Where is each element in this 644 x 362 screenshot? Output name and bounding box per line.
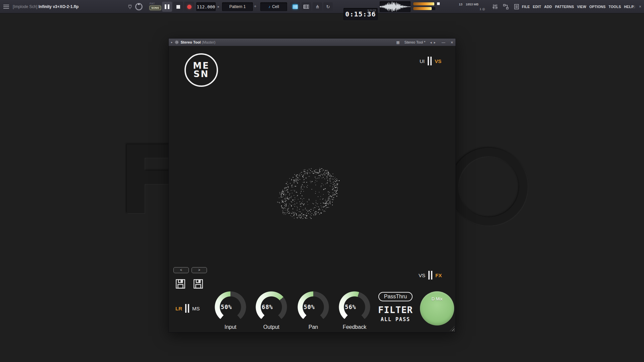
knob-value: 68% [251,291,283,323]
cell-selector[interactable]: ♪ Cell [260,2,287,11]
record-button[interactable] [184,2,194,12]
time-display[interactable]: 0:15:36 M:S:CS [343,8,378,20]
stereo-tool-window: ▸ Stereo Tool (Master) ▦ Stereo Tool * ◂… [168,38,456,333]
fx-option[interactable]: FX [435,273,442,278]
filter-mode[interactable]: ALL PASS [369,316,422,322]
pan-knob[interactable]: 50% Pan [293,291,333,330]
oscilloscope [380,1,411,12]
logo-line2: SN [194,70,209,78]
stop-icon [176,5,180,9]
cpu-meter-fill [413,2,434,5]
preset-name[interactable]: Stereo Tool * [405,40,426,44]
project-title-prefix: [Implode Sch] [13,4,37,9]
smart-disable-icon: ◎ [482,7,485,11]
ui-option[interactable]: UI [420,58,425,64]
main-menu-icon[interactable] [3,5,9,9]
menu-file[interactable]: FILE [522,5,530,9]
plugin-minimize-icon[interactable]: — [441,40,445,44]
preset-prev-icon[interactable]: ◂ [430,41,432,44]
fl-watermark-ring [450,148,528,226]
vs-fx-toggle: VS FX [419,270,442,280]
menu-view[interactable]: VIEW [577,5,586,9]
resize-handle[interactable] [450,326,454,331]
plug-icon[interactable] [127,4,132,11]
gear-icon[interactable] [175,40,179,44]
knob-label: Output [263,324,279,330]
memory-usage: 1853 MB [466,2,479,6]
maximize-icon[interactable]: □ [633,4,635,9]
filter-block: FILTER ALL PASS [369,305,422,322]
knob-label: Input [224,324,236,330]
toggle-bars-icon [185,304,189,313]
fl-studio-app: FL [Implode Sch] Infinity v3+XO-2-1.flp … [0,0,644,362]
pattern-selector[interactable]: Pattern 1 [222,2,253,11]
note-icon: ♪ [268,4,270,9]
output-knob[interactable]: 68% Output [251,291,291,330]
counter-value: 1 [480,7,481,11]
add-pattern-button[interactable]: + [254,4,257,9]
router-icon [503,4,509,10]
dry-mix-knob[interactable]: D Mix [420,291,454,325]
grid-icon[interactable]: ▦ [396,40,399,45]
plugin-titlebar[interactable]: ▸ Stereo Tool (Master) ▦ Stereo Tool * ◂… [169,39,455,46]
preset-next-icon[interactable]: ▸ [434,41,435,44]
minimize-icon[interactable]: — [625,4,629,9]
input-knob[interactable]: 50% Input [210,291,251,330]
plugin-close-icon[interactable]: × [450,40,453,45]
preset-next-button[interactable]: > [192,267,207,273]
main-toolbar: [Implode Sch] Infinity v3+XO-2-1.flp PAT… [0,0,644,13]
lr-option[interactable]: LR [175,306,182,311]
playlist-icon [292,4,298,9]
project-title-name: Infinity v3+XO-2-1.flp [39,4,79,9]
plugin-subtitle: (Master) [202,40,215,44]
preset-prev-button[interactable]: < [173,267,189,273]
menu-tools[interactable]: TOOLS [609,5,621,9]
cpu-meter [413,2,435,10]
pat-song-switch[interactable]: PAT SONG [150,2,161,10]
menu-bar: FILE EDIT ADD PATTERNS VIEW OPTIONS TOOL… [522,0,634,13]
ui-vs-toggle: UI VS [420,56,441,66]
tempo-display[interactable]: 112.000 [196,2,216,11]
detach-arrow-icon[interactable]: ▸ [171,41,173,44]
record-icon [187,5,192,9]
menu-edit[interactable]: EDIT [533,5,541,9]
save-preset-as-button[interactable] [192,278,204,290]
next-arrow-icon[interactable]: ▸ [218,5,219,8]
master-knob[interactable] [135,3,143,10]
vs-option[interactable]: VS [435,58,441,64]
stop-button[interactable] [173,2,183,12]
peak-indicator [437,2,440,5]
mixer-button[interactable] [490,2,500,11]
close-icon[interactable]: × [639,4,641,9]
plugin-title: Stereo Tool [181,40,201,44]
knob-label: Feedback [343,324,366,330]
piano-roll-button[interactable] [302,2,311,11]
save-preset-button[interactable] [174,278,186,290]
plugin-content: ME SN UI VS < > LR MS [169,46,455,332]
knob-value: 50% [210,291,243,323]
menu-options[interactable]: OPTIONS [589,5,606,9]
menu-add[interactable]: ADD [544,5,552,9]
cell-label: Cell [272,4,279,9]
knob-value: 50% [293,291,325,323]
pause-icon [168,4,169,9]
browser-button[interactable] [512,2,521,11]
vs-option[interactable]: VS [419,273,425,278]
router-button[interactable] [501,2,511,11]
piano-roll-icon [304,5,309,9]
playlist-button[interactable] [290,2,300,11]
tuner-icon: ⋔ [315,4,319,9]
pat-label[interactable]: PAT [150,2,155,5]
resource-stats: 13 1853 MB 1 ◎ [459,2,486,11]
project-title: [Implode Sch] Infinity v3+XO-2-1.flp [13,4,78,9]
tuner-button[interactable]: ⋔ [313,2,322,11]
song-label[interactable]: SONG [150,6,161,10]
loop-record-button[interactable]: ↻ [323,2,333,11]
pause-button[interactable] [162,2,172,12]
knob-label: Pan [309,324,318,330]
lr-ms-toggle: LR MS [175,304,200,313]
ms-option[interactable]: MS [192,306,200,311]
menu-patterns[interactable]: PATTERNS [555,5,574,9]
oscilloscope-canvas [380,1,411,12]
passthru-button[interactable]: PassThru [378,292,413,301]
